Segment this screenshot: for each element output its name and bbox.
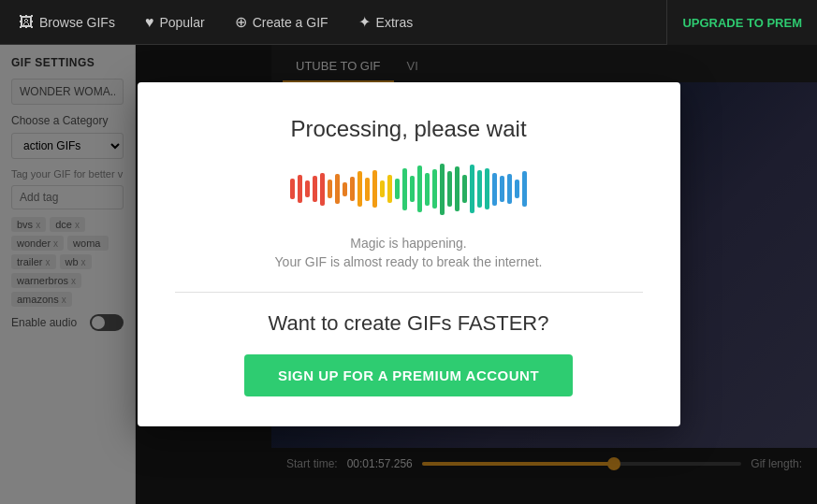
- waveform-bar: [417, 166, 422, 212]
- upgrade-label: UPGRADE TO PREM: [682, 16, 802, 30]
- main-content: GIF SETTINGS Choose a Category action GI…: [0, 45, 817, 504]
- waveform-bar: [395, 179, 400, 199]
- waveform-bar: [455, 166, 460, 211]
- waveform-bar: [492, 173, 497, 206]
- waveform-bar: [485, 168, 489, 209]
- extras-icon: ✦: [358, 13, 371, 31]
- waveform-bar: [425, 173, 430, 206]
- waveform-bar: [507, 174, 512, 204]
- waveform-bar: [320, 173, 325, 206]
- modal-divider: [175, 292, 643, 293]
- upgrade-button[interactable]: UPGRADE TO PREM: [666, 0, 817, 45]
- waveform-bar: [298, 175, 302, 203]
- waveform-bar: [500, 176, 504, 202]
- waveform-bar: [357, 171, 362, 207]
- waveform-bar: [387, 175, 392, 203]
- waveform-bar: [350, 177, 355, 201]
- waveform-bar: [477, 170, 482, 208]
- processing-modal: Processing, please wait Magic is happeni…: [138, 82, 680, 426]
- waveform-bar: [432, 169, 437, 209]
- popular-nav[interactable]: ♥ Popular: [141, 14, 209, 31]
- waveform-bar: [335, 174, 340, 204]
- waveform-bar: [365, 178, 370, 201]
- waveform-bar: [462, 175, 467, 203]
- waveform-bar: [313, 176, 317, 202]
- extras-nav[interactable]: ✦ Extras: [355, 13, 417, 31]
- extras-label: Extras: [376, 15, 414, 30]
- browse-gifs-nav[interactable]: 🖼 Browse GIFs: [15, 14, 119, 31]
- waveform-bar: [290, 179, 295, 199]
- modal-overlay: Processing, please wait Magic is happeni…: [0, 45, 817, 504]
- waveform-bar: [305, 180, 310, 197]
- waveform-bar: [343, 182, 347, 196]
- create-gif-nav[interactable]: ⊕ Create a GIF: [231, 13, 332, 31]
- modal-cta-title: Want to create GIFs FASTER?: [175, 311, 643, 336]
- top-navigation: 🖼 Browse GIFs ♥ Popular ⊕ Create a GIF ✦…: [0, 0, 817, 45]
- popular-label: Popular: [159, 15, 204, 30]
- modal-subtitle2: Your GIF is almost ready to break the in…: [175, 254, 643, 269]
- premium-signup-button[interactable]: SIGN UP FOR A PREMIUM ACCOUNT: [244, 354, 573, 396]
- browse-gifs-icon: 🖼: [19, 14, 34, 31]
- browse-gifs-label: Browse GIFs: [39, 15, 115, 30]
- waveform-bar: [372, 170, 377, 208]
- waveform-bar: [402, 168, 407, 210]
- modal-subtitle1: Magic is happening.: [175, 236, 643, 251]
- waveform-bar: [410, 176, 415, 202]
- create-gif-icon: ⊕: [235, 13, 247, 31]
- waveform-bar: [380, 180, 385, 197]
- waveform: [175, 161, 643, 217]
- waveform-bar: [328, 180, 332, 198]
- waveform-bar: [470, 165, 474, 213]
- waveform-bar: [447, 171, 452, 207]
- modal-title: Processing, please wait: [175, 116, 643, 142]
- create-gif-label: Create a GIF: [253, 15, 328, 30]
- waveform-bar: [440, 164, 445, 215]
- waveform-bar: [522, 171, 527, 207]
- popular-icon: ♥: [145, 14, 154, 31]
- waveform-bar: [515, 180, 519, 198]
